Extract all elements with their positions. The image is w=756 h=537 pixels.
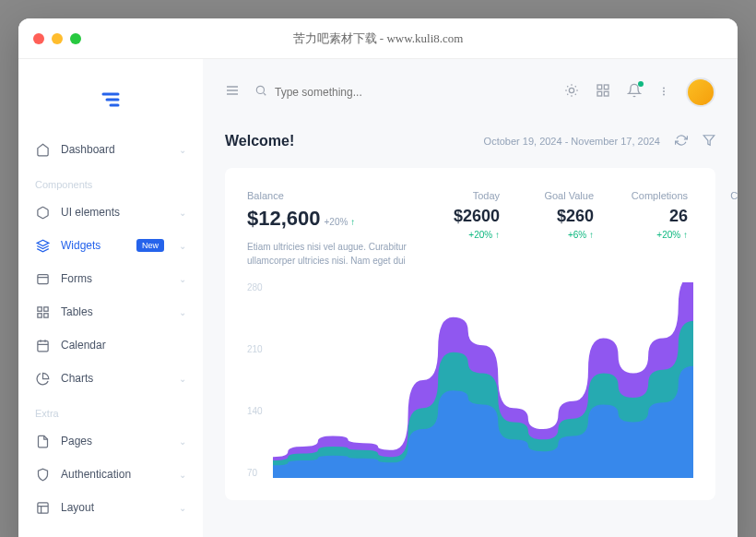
kpi-card: Balance $12,600+20% ↑ Etiam ultricies ni… [225, 168, 715, 500]
page-header: Welcome! October 19, 2024 - November 17,… [225, 125, 715, 168]
bell-icon[interactable] [627, 83, 642, 101]
sidebar-section-header: Extra [18, 395, 203, 424]
arrow-up-icon: ↑ [589, 230, 594, 240]
y-tick: 280 [247, 282, 263, 292]
date-range[interactable]: October 19, 2024 - November 17, 2024 [484, 136, 660, 147]
kpi-today: Today$2600+20% ↑ [435, 190, 500, 268]
sidebar: Dashboard⌄ComponentsUI elements⌄WidgetsN… [18, 59, 203, 537]
logo[interactable] [18, 66, 203, 133]
svg-rect-4 [43, 313, 47, 316]
svg-rect-11 [597, 91, 602, 96]
grid-icon [35, 304, 50, 319]
kpi-label: Goal Value [529, 190, 594, 201]
sidebar-item-label: Widgets [61, 239, 125, 252]
more-icon[interactable] [658, 84, 669, 101]
sidebar-item-label: Authentication [61, 468, 168, 481]
sidebar-item-label: Forms [61, 272, 168, 285]
svg-point-15 [663, 94, 665, 96]
hamburger-icon[interactable] [225, 83, 240, 101]
titlebar: 苦力吧素材下载 - www.kuli8.com [18, 18, 738, 59]
search-input[interactable] [275, 86, 459, 99]
avatar[interactable] [686, 78, 715, 107]
kpi-value: $12,600 [247, 207, 321, 230]
sidebar-item-authentication[interactable]: Authentication⌄ [18, 458, 203, 491]
chevron-down-icon: ⌄ [179, 145, 186, 155]
svg-rect-2 [43, 306, 47, 310]
kpi-value: 26 [623, 207, 688, 226]
chevron-down-icon: ⌄ [179, 503, 186, 513]
minimize-icon[interactable] [52, 33, 63, 44]
kpi-delta: +20% ↑ [435, 230, 500, 240]
kpi-delta: +6% ↑ [529, 230, 594, 240]
kpi-conversion: Conversion6%-2% ↓ [717, 190, 738, 268]
sidebar-item-forms[interactable]: Forms⌄ [18, 262, 203, 295]
layers-icon [35, 238, 50, 253]
app-window: 苦力吧素材下载 - www.kuli8.com Dashboard⌄Compon… [18, 18, 738, 537]
svg-point-7 [256, 86, 264, 93]
svg-rect-3 [37, 313, 41, 316]
svg-rect-5 [37, 340, 47, 351]
chevron-down-icon: ⌄ [179, 241, 186, 251]
theme-icon[interactable] [564, 83, 579, 101]
sidebar-item-widgets[interactable]: WidgetsNew⌄ [18, 229, 203, 262]
maximize-icon[interactable] [70, 33, 81, 44]
layout-icon [35, 500, 50, 515]
shield-icon [35, 467, 50, 482]
filter-icon[interactable] [703, 134, 715, 149]
svg-rect-9 [597, 85, 602, 90]
kpi-value: 6% [717, 207, 738, 226]
apps-icon[interactable] [596, 83, 610, 101]
svg-point-13 [663, 88, 665, 90]
chevron-down-icon: ⌄ [179, 374, 186, 384]
svg-rect-6 [37, 502, 47, 512]
main: Welcome! October 19, 2024 - November 17,… [203, 59, 738, 537]
chevron-down-icon: ⌄ [179, 470, 186, 480]
calendar-icon [35, 338, 50, 352]
sidebar-item-ui-elements[interactable]: UI elements⌄ [18, 196, 203, 229]
sidebar-item-calendar[interactable]: Calendar [18, 328, 203, 362]
search [254, 84, 549, 101]
svg-point-8 [569, 88, 573, 92]
kpi-balance: Balance $12,600+20% ↑ Etiam ultricies ni… [247, 190, 413, 268]
kpi-desc: Etiam ultricies nisi vel augue. Curabitu… [247, 240, 413, 268]
form-icon [35, 271, 50, 286]
refresh-icon[interactable] [675, 134, 688, 149]
kpi-goal-value: Goal Value$260+6% ↑ [529, 190, 594, 268]
arrow-up-icon: ↑ [683, 230, 688, 240]
kpi-label: Completions [623, 190, 688, 201]
sidebar-item-tables[interactable]: Tables⌄ [18, 295, 203, 328]
svg-rect-12 [604, 91, 608, 96]
y-tick: 210 [247, 344, 263, 354]
chevron-down-icon: ⌄ [179, 208, 186, 218]
traffic-lights [33, 33, 81, 44]
sidebar-item-label: Tables [61, 305, 168, 318]
close-icon[interactable] [33, 33, 44, 44]
svg-rect-0 [37, 274, 47, 283]
sidebar-item-charts[interactable]: Charts⌄ [18, 362, 203, 395]
sidebar-item-dashboard[interactable]: Dashboard⌄ [18, 133, 203, 166]
sidebar-item-label: Dashboard [61, 143, 168, 156]
svg-point-14 [663, 90, 665, 92]
sidebar-item-label: Charts [61, 372, 168, 385]
chevron-down-icon: ⌄ [179, 436, 186, 447]
y-tick: 70 [247, 468, 263, 478]
arrow-up-icon: ↑ [350, 217, 355, 227]
sidebar-item-layout[interactable]: Layout⌄ [18, 491, 203, 524]
kpi-delta: -2% ↓ [717, 230, 738, 240]
sidebar-item-label: Calendar [61, 339, 186, 352]
y-tick: 140 [247, 406, 263, 416]
arrow-up-icon: ↑ [495, 230, 500, 240]
svg-rect-1 [37, 306, 41, 310]
badge: New [136, 239, 164, 252]
sidebar-item-label: Pages [61, 435, 168, 448]
sidebar-item-pages[interactable]: Pages⌄ [18, 424, 203, 458]
kpi-label: Today [435, 190, 500, 201]
page-title: Welcome! [225, 133, 294, 149]
search-icon [254, 84, 267, 101]
topbar [203, 59, 738, 125]
cube-icon [35, 205, 50, 220]
kpi-label: Conversion [717, 190, 738, 201]
kpi-completions: Completions26+20% ↑ [623, 190, 688, 268]
sidebar-item-label: UI elements [61, 206, 168, 219]
kpi-value: $2600 [435, 207, 500, 226]
